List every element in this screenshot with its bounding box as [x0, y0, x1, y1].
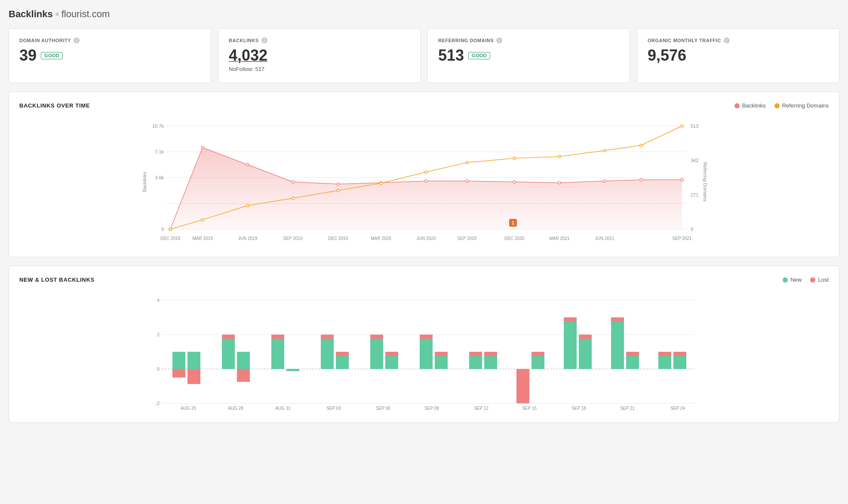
info-icon[interactable]: i: [724, 37, 730, 43]
organic-traffic-card: ORGANIC MONTHLY TRAFFIC i 9,576: [637, 28, 839, 83]
svg-point-39: [640, 144, 642, 147]
svg-point-17: [246, 163, 249, 166]
info-icon[interactable]: i: [74, 37, 80, 43]
svg-text:-2: -2: [155, 401, 160, 406]
svg-text:DEC 2018: DEC 2018: [160, 236, 181, 241]
svg-point-29: [201, 218, 204, 221]
backlinks-label: BACKLINKS i: [229, 37, 410, 43]
info-icon[interactable]: i: [261, 37, 267, 43]
svg-text:SEP 09: SEP 09: [424, 406, 439, 411]
svg-text:AUG 25: AUG 25: [181, 406, 196, 411]
svg-point-19: [337, 183, 339, 185]
svg-text:Backlinks: Backlinks: [142, 172, 147, 192]
backlinks-over-time-card: BACKLINKS OVER TIME Backlinks Referring …: [9, 92, 839, 257]
bar-aug31-new2: [286, 369, 299, 371]
legend-lost: Lost: [810, 277, 829, 283]
svg-text:3.6k: 3.6k: [155, 175, 164, 180]
svg-text:342: 342: [691, 158, 698, 163]
new-lost-header: NEW & LOST BACKLINKS New Lost: [19, 277, 829, 283]
bar-aug28-new2: [237, 352, 250, 369]
new-lost-svg: 4 2 0 -2: [19, 292, 829, 412]
svg-text:SEP 18: SEP 18: [571, 406, 586, 411]
bar-sep18-new2: [579, 335, 592, 369]
svg-point-25: [603, 180, 606, 182]
svg-text:0: 0: [157, 366, 160, 372]
bar-sep18-cap: [564, 317, 577, 322]
svg-point-27: [681, 178, 683, 181]
bar-aug31-cap: [271, 335, 284, 339]
page-title: Backlinks flourist.com: [9, 9, 839, 20]
bar-aug28-lost-cap: [222, 335, 235, 339]
bar-sep15-lost: [516, 369, 529, 403]
svg-text:SEP 12: SEP 12: [474, 406, 489, 411]
svg-point-30: [246, 204, 249, 207]
new-lost-chart-title: NEW & LOST BACKLINKS: [19, 277, 95, 283]
svg-text:SEP 03: SEP 03: [326, 406, 341, 411]
backlinks-chart-title: BACKLINKS OVER TIME: [19, 102, 90, 109]
bar-sep09-cap2: [435, 352, 448, 356]
legend-referring-domains: Referring Domains: [774, 102, 829, 109]
svg-text:JUN 2019: JUN 2019: [238, 236, 258, 241]
domain-text: flourist.com: [61, 9, 110, 20]
svg-text:SEP 15: SEP 15: [522, 406, 537, 411]
bar-sep24-cap2: [673, 352, 686, 356]
svg-point-16: [201, 146, 204, 149]
bar-sep09-cap: [420, 335, 433, 339]
bar-aug25-new2: [187, 352, 200, 369]
svg-point-22: [466, 180, 468, 182]
bar-sep15-cap: [532, 352, 544, 356]
bar-aug28-new: [222, 335, 235, 369]
svg-text:0: 0: [161, 227, 164, 232]
backlinks-value: 4,032: [229, 48, 410, 63]
domain-authority-card: DOMAIN AUTHORITY i 39 GOOD: [9, 28, 211, 83]
svg-point-33: [380, 182, 382, 184]
svg-text:1: 1: [512, 220, 514, 225]
svg-text:AUG 31: AUG 31: [275, 406, 291, 411]
svg-text:Referring Domains: Referring Domains: [703, 162, 708, 202]
svg-text:JUN 2020: JUN 2020: [417, 236, 436, 241]
svg-text:SEP 2020: SEP 2020: [458, 236, 477, 241]
svg-point-31: [292, 197, 294, 200]
domain-authority-value: 39 GOOD: [19, 48, 200, 63]
svg-point-37: [558, 155, 561, 158]
new-lost-legend: New Lost: [783, 277, 829, 283]
bar-sep21-cap: [611, 317, 624, 322]
backlinks-chart-container: 10.7k 7.1k 3.6k 0 Backlinks 513 342 171 …: [19, 117, 829, 246]
bar-sep24-cap: [658, 352, 671, 356]
svg-text:513: 513: [691, 123, 698, 129]
svg-text:JUN 2021: JUN 2021: [595, 236, 614, 241]
legend-backlinks-dot: [734, 103, 740, 108]
svg-text:SEP 21: SEP 21: [620, 406, 635, 411]
legend-lost-dot: [810, 277, 815, 283]
chart-header: BACKLINKS OVER TIME Backlinks Referring …: [19, 102, 829, 109]
svg-text:7.1k: 7.1k: [155, 149, 164, 154]
svg-text:SEP 2021: SEP 2021: [673, 236, 692, 241]
svg-point-28: [169, 228, 172, 230]
svg-point-36: [513, 157, 516, 160]
bar-sep12-cap: [469, 352, 482, 356]
title-text: Backlinks: [9, 9, 53, 20]
bar-sep09-new: [420, 335, 433, 369]
backlinks-sub: NoFollow: 517: [229, 66, 410, 72]
referring-domains-badge: GOOD: [468, 52, 490, 59]
legend-new-dot: [783, 277, 788, 283]
bar-sep18-new: [564, 317, 577, 369]
metrics-row: DOMAIN AUTHORITY i 39 GOOD BACKLINKS i 4…: [9, 28, 839, 83]
bar-sep18-cap2: [579, 335, 592, 339]
backlinks-card: BACKLINKS i 4,032 NoFollow: 517: [218, 28, 421, 83]
bar-aug28-lost2: [237, 369, 250, 382]
bar-aug25-lost: [172, 369, 185, 378]
svg-point-40: [681, 125, 683, 127]
svg-text:0: 0: [691, 227, 693, 232]
svg-point-38: [603, 149, 606, 152]
bar-aug25-lost2: [187, 369, 200, 384]
new-lost-chart-card: NEW & LOST BACKLINKS New Lost 4 2 0: [9, 266, 839, 423]
svg-text:DEC 2019: DEC 2019: [328, 236, 348, 241]
bar-sep06-cap: [370, 335, 383, 339]
info-icon[interactable]: i: [496, 37, 502, 43]
bar-sep03-cap: [321, 335, 334, 339]
bar-sep06-cap2: [385, 352, 398, 356]
referring-domains-label: REFERRING DOMAINS i: [438, 37, 619, 43]
svg-text:MAR 2020: MAR 2020: [371, 236, 391, 241]
legend-new: New: [783, 277, 802, 283]
